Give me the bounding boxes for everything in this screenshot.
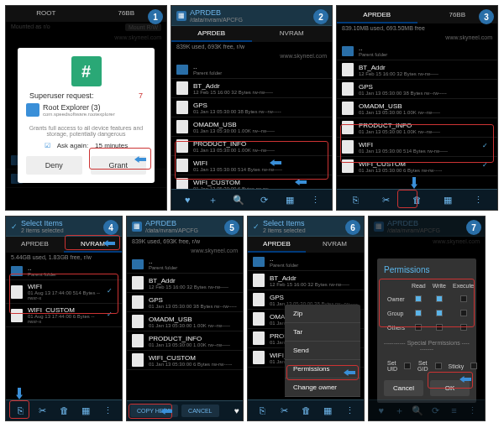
warning-text: Grants full access to all device feature… xyxy=(26,125,146,137)
list-item-wifi[interactable]: WIFI01 Aug 13 17:44:00 514 Bytes --rwxr-… xyxy=(6,280,122,304)
view-icon[interactable]: ▦ xyxy=(283,193,297,206)
tab-root[interactable]: ROOT xyxy=(6,6,87,22)
delete-icon[interactable]: 🗑 xyxy=(410,193,423,206)
file-icon xyxy=(342,159,354,173)
refresh-icon[interactable]: ⟳ xyxy=(429,404,443,417)
checkbox[interactable] xyxy=(436,324,443,331)
list-item[interactable]: ..Parent folder xyxy=(171,60,332,79)
list-item[interactable]: BT_Addr12 Feb 15 16:00 32 Bytes rw-rw---… xyxy=(127,274,243,293)
list-item[interactable]: ..Parent folder xyxy=(337,42,497,60)
list-item[interactable]: OMADM_USB01 Jan 13 05:30:00 1.00K rw--rw… xyxy=(337,99,497,118)
new-icon[interactable]: ＋ xyxy=(392,404,406,417)
list-item[interactable]: ..Parent folder xyxy=(248,253,364,271)
cut-icon[interactable]: ✂ xyxy=(35,404,49,417)
delete-icon[interactable]: 🗑 xyxy=(57,404,71,417)
step-number: 2 xyxy=(313,9,328,24)
list-item[interactable]: BT_Addr12 Feb 15 16:00 32 Bytes rw-rw---… xyxy=(337,60,497,80)
ctx-zip[interactable]: Zip xyxy=(285,305,360,323)
list-item[interactable]: BT_Addr12 Feb 15 16:00 32 Bytes rw-rw---… xyxy=(171,79,332,98)
checkbox[interactable] xyxy=(404,363,411,369)
list-item[interactable]: ..Parent folder xyxy=(6,262,122,280)
done-icon[interactable]: ✓ xyxy=(253,222,260,231)
tab-aprdeb[interactable]: APRDEB xyxy=(171,26,252,42)
cut-icon[interactable]: ✂ xyxy=(380,193,393,206)
favorite-icon[interactable]: ♥ xyxy=(181,193,194,206)
list-item-wifi[interactable]: WIFI01 Jan 13 05:30:00 514 Bytes rw-rw--… xyxy=(171,156,332,175)
list-item[interactable]: OMADM_USB01 Jan 13 05:30:00 1.00K rw--rw… xyxy=(171,117,332,137)
select-icon[interactable]: ▦ xyxy=(441,193,454,206)
tab-aprdeb[interactable]: APRDEB xyxy=(337,8,417,23)
new-icon[interactable]: ＋ xyxy=(207,193,220,206)
select-icon[interactable]: ▦ xyxy=(79,404,92,417)
menu-icon[interactable]: ⋮ xyxy=(465,404,479,417)
search-icon[interactable]: 🔍 xyxy=(232,193,245,206)
ok-button[interactable]: OK xyxy=(430,380,470,396)
delete-icon[interactable]: 🗑 xyxy=(299,404,312,417)
screen-2: 2 ▦APRDEB/data/nvram/APCFG APRDEB NVRAM … xyxy=(171,5,333,211)
copy-bar: COPY HERE CANCEL ♥ xyxy=(127,400,243,420)
tab-aprdeb[interactable]: APRDEB xyxy=(6,237,64,253)
list-item[interactable]: PRODUCT_INFO01 Jan 13 05:30:00 1.00K rw-… xyxy=(337,118,497,138)
tab-row: APRDEB NVRAM xyxy=(248,237,364,253)
superuser-icon: # xyxy=(71,56,102,86)
checkbox[interactable] xyxy=(460,324,467,331)
ctx-send[interactable]: Send xyxy=(285,342,360,360)
checkbox[interactable] xyxy=(460,310,467,316)
list-item[interactable]: WIFI_CUSTOM01 Jan 13 05:30:00 6 Bytes rw… xyxy=(127,351,243,370)
file-icon xyxy=(342,82,354,96)
cancel-button[interactable]: Cancel xyxy=(384,380,423,396)
deny-button[interactable]: Deny xyxy=(26,156,82,175)
checkbox[interactable] xyxy=(436,310,443,316)
ctx-tar[interactable]: Tar xyxy=(285,323,360,342)
refresh-icon[interactable]: ⟳ xyxy=(258,193,271,206)
checkbox[interactable] xyxy=(436,295,443,302)
tab-nvram[interactable]: NVRAM xyxy=(252,26,333,42)
list-item[interactable]: BT_Addr12 Feb 15 16:00 32 Bytes rw-rw---… xyxy=(248,271,364,290)
list-item[interactable]: PRODUCT_INFO01 Jan 13 05:30:00 1.00K rw-… xyxy=(171,137,332,156)
checkbox[interactable] xyxy=(460,295,467,302)
ctx-change-owner[interactable]: Change owner xyxy=(285,378,360,397)
checkbox[interactable] xyxy=(415,295,422,302)
app-icon: ▦ xyxy=(132,222,142,232)
check-icon: ✓ xyxy=(482,142,492,152)
search-icon[interactable]: 🔍 xyxy=(411,404,424,417)
done-icon[interactable]: ✓ xyxy=(11,222,18,231)
menu-icon[interactable]: ⋮ xyxy=(309,193,323,206)
copy-icon[interactable]: ⎘ xyxy=(349,193,362,206)
ask-again-row[interactable]: ☑Ask again:15 minutes xyxy=(26,142,146,149)
storage-status: 839.10MB used, 693.50MB free xyxy=(337,23,497,33)
list-item[interactable]: PRODUCT_INFO01 Jan 13 05:30:00 1.00K rw-… xyxy=(127,331,243,351)
favorite-icon[interactable]: ♥ xyxy=(375,404,388,417)
view-icon[interactable]: ≡ xyxy=(447,404,460,417)
tab-nvram[interactable]: NVRAM xyxy=(306,237,364,253)
cut-icon[interactable]: ✂ xyxy=(277,404,291,417)
menu-icon[interactable]: ⋮ xyxy=(472,193,486,206)
file-icon xyxy=(176,81,188,95)
list-item[interactable]: GPS01 Jan 13 05:30:00 38 Bytes rw--rw---… xyxy=(127,293,243,312)
list-item-wifi[interactable]: WIFI01 Jan 13 05:30:00 514 Bytes rw-rw--… xyxy=(337,138,497,157)
menu-icon[interactable]: ⋮ xyxy=(343,404,356,417)
file-icon xyxy=(176,120,188,133)
list-item-wifi-custom[interactable]: WIFI_CUSTOM01 Aug 13 17:44:00 6 Bytes --… xyxy=(6,304,122,327)
folder-icon xyxy=(11,266,23,276)
list-item[interactable]: OMADM_USB01 Jan 13 05:30:00 1.00K rw--rw… xyxy=(127,312,243,331)
bottom-bar: ⎘ ✂ 🗑 ▦ ⋮ xyxy=(248,399,364,420)
permissions-title: Permissions xyxy=(384,265,470,274)
checkbox[interactable] xyxy=(415,324,422,331)
file-icon xyxy=(176,101,188,114)
copy-icon[interactable]: ⎘ xyxy=(13,404,27,417)
list-item[interactable]: GPS01 Jan 13 05:30:00 38 Bytes rw--rw---… xyxy=(337,80,497,99)
checkbox[interactable] xyxy=(415,310,422,316)
list-item[interactable]: ..Parent folder xyxy=(127,255,243,274)
copy-icon[interactable]: ⎘ xyxy=(255,404,269,417)
cancel-button[interactable]: CANCEL xyxy=(181,405,218,417)
list-item[interactable]: GPS01 Jan 13 05:30:00 38 Bytes rw--rw---… xyxy=(171,98,332,117)
tab-aprdeb[interactable]: APRDEB xyxy=(248,237,306,253)
ctx-permissions[interactable]: Permissions xyxy=(285,360,360,378)
favorite-icon[interactable]: ♥ xyxy=(234,406,239,415)
menu-icon[interactable]: ⋮ xyxy=(101,404,114,417)
checkbox[interactable] xyxy=(470,363,477,369)
checkbox[interactable] xyxy=(435,363,442,369)
list-item-wifi-custom[interactable]: WIFI_CUSTOM01 Jan 13 05:30:00 6 Bytes rw… xyxy=(337,157,497,176)
select-icon[interactable]: ▦ xyxy=(321,404,334,417)
